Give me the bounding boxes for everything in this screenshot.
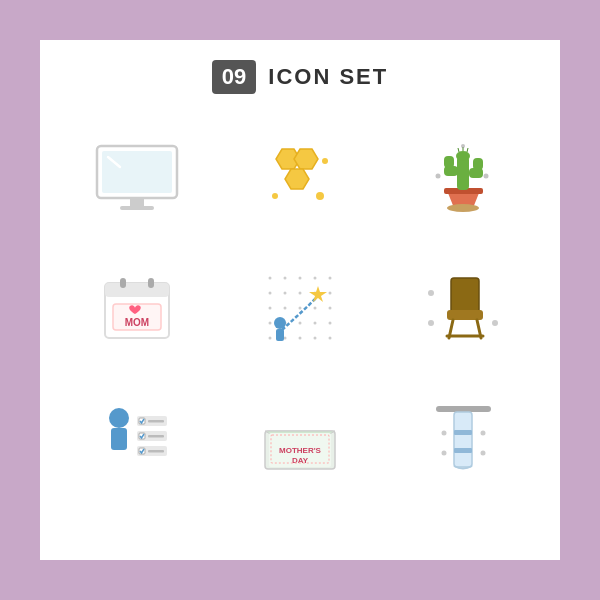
svg-point-38 bbox=[298, 292, 301, 295]
svg-point-59 bbox=[428, 290, 434, 296]
svg-point-40 bbox=[328, 292, 331, 295]
svg-text:MOM: MOM bbox=[124, 317, 148, 328]
svg-rect-26 bbox=[105, 283, 169, 297]
svg-point-88 bbox=[480, 431, 485, 436]
svg-rect-15 bbox=[444, 156, 454, 168]
svg-point-67 bbox=[109, 408, 129, 428]
svg-point-49 bbox=[313, 322, 316, 325]
svg-marker-58 bbox=[309, 286, 327, 302]
svg-point-42 bbox=[283, 307, 286, 310]
main-card: 09 ICON SET bbox=[40, 40, 560, 560]
svg-point-34 bbox=[313, 277, 316, 280]
svg-point-54 bbox=[313, 337, 316, 340]
svg-point-45 bbox=[328, 307, 331, 310]
icon-desk-chair bbox=[387, 248, 540, 368]
icon-grid: MOM bbox=[60, 118, 540, 498]
svg-rect-83 bbox=[436, 406, 491, 412]
svg-point-60 bbox=[492, 320, 498, 326]
svg-rect-13 bbox=[457, 156, 469, 190]
svg-rect-71 bbox=[148, 420, 164, 423]
svg-rect-27 bbox=[120, 278, 126, 288]
svg-rect-77 bbox=[148, 450, 164, 453]
svg-rect-68 bbox=[111, 428, 127, 450]
svg-point-23 bbox=[483, 174, 488, 179]
svg-rect-17 bbox=[473, 158, 483, 170]
svg-point-89 bbox=[441, 451, 446, 456]
svg-line-19 bbox=[458, 148, 459, 152]
svg-text:DAY: DAY bbox=[292, 456, 309, 465]
header-title: ICON SET bbox=[268, 64, 388, 90]
icon-cactus bbox=[387, 118, 540, 238]
svg-point-53 bbox=[298, 337, 301, 340]
icon-mom-calendar: MOM bbox=[60, 248, 213, 368]
svg-rect-74 bbox=[148, 435, 164, 438]
svg-point-36 bbox=[268, 292, 271, 295]
svg-point-43 bbox=[298, 307, 301, 310]
svg-point-24 bbox=[461, 144, 465, 148]
svg-rect-28 bbox=[148, 278, 154, 288]
header-number: 09 bbox=[212, 60, 256, 94]
icon-monitor bbox=[60, 118, 213, 238]
svg-point-37 bbox=[283, 292, 286, 295]
svg-point-87 bbox=[441, 431, 446, 436]
svg-point-8 bbox=[272, 193, 278, 199]
svg-rect-62 bbox=[451, 278, 479, 313]
svg-point-10 bbox=[316, 192, 324, 200]
icon-honeycomb bbox=[223, 118, 376, 238]
svg-rect-4 bbox=[120, 206, 154, 210]
svg-point-35 bbox=[328, 277, 331, 280]
icon-towel bbox=[387, 378, 540, 498]
svg-point-44 bbox=[313, 307, 316, 310]
svg-point-90 bbox=[480, 451, 485, 456]
svg-text:MOTHER'S: MOTHER'S bbox=[280, 446, 323, 455]
svg-rect-1 bbox=[102, 151, 172, 193]
svg-rect-63 bbox=[447, 310, 483, 320]
svg-point-32 bbox=[283, 277, 286, 280]
svg-point-33 bbox=[298, 277, 301, 280]
svg-point-46 bbox=[268, 322, 271, 325]
svg-rect-3 bbox=[130, 198, 144, 206]
svg-point-9 bbox=[322, 158, 328, 164]
icon-mothers-day-card: MOTHER'S DAY bbox=[223, 378, 376, 498]
svg-point-50 bbox=[328, 322, 331, 325]
svg-rect-86 bbox=[454, 448, 472, 453]
svg-point-12 bbox=[447, 204, 479, 212]
icon-checklist-person bbox=[60, 378, 213, 498]
svg-rect-85 bbox=[454, 430, 472, 435]
svg-point-51 bbox=[268, 337, 271, 340]
svg-point-22 bbox=[435, 174, 440, 179]
svg-line-21 bbox=[467, 148, 468, 152]
svg-marker-6 bbox=[294, 149, 318, 169]
svg-point-31 bbox=[268, 277, 271, 280]
svg-rect-84 bbox=[454, 412, 472, 467]
icon-growth-star bbox=[223, 248, 376, 368]
svg-point-18 bbox=[456, 151, 470, 161]
svg-marker-7 bbox=[285, 169, 309, 189]
header: 09 ICON SET bbox=[212, 60, 388, 94]
svg-point-61 bbox=[428, 320, 434, 326]
svg-point-41 bbox=[268, 307, 271, 310]
svg-point-48 bbox=[298, 322, 301, 325]
svg-point-55 bbox=[328, 337, 331, 340]
